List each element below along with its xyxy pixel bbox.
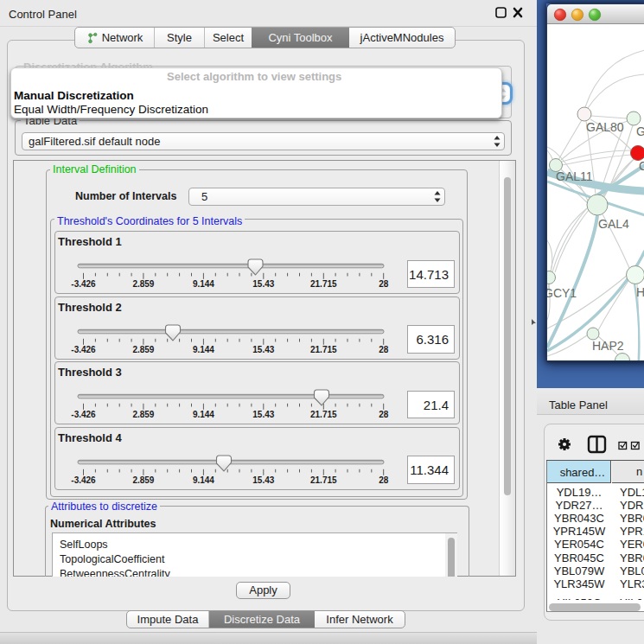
svg-text:-3.426: -3.426 [71,410,96,419]
svg-text:GA: GA [636,124,644,138]
svg-text:28: 28 [379,410,389,419]
svg-text:GCY1: GCY1 [547,286,577,300]
svg-text:-3.426: -3.426 [71,279,96,289]
svg-text:21.715: 21.715 [310,279,337,289]
svg-text:9.144: 9.144 [193,345,214,354]
svg-text:GAL11: GAL11 [556,169,593,183]
svg-text:28: 28 [379,345,389,354]
svg-text:9.144: 9.144 [193,475,214,485]
svg-text:2.859: 2.859 [132,279,154,289]
svg-text:2.859: 2.859 [132,345,154,354]
svg-text:28: 28 [379,475,389,485]
svg-text:-3.426: -3.426 [71,475,96,485]
svg-text:GAL80: GAL80 [586,120,624,134]
svg-text:HI: HI [636,285,644,299]
svg-text:9.144: 9.144 [193,410,214,419]
svg-text:9.144: 9.144 [193,279,214,289]
svg-text:2.859: 2.859 [132,475,154,485]
svg-text:CY: CY [639,159,644,173]
svg-text:GAL4: GAL4 [598,217,629,231]
svg-text:HAP2: HAP2 [592,339,624,353]
svg-text:15.43: 15.43 [252,410,274,419]
svg-text:15.43: 15.43 [252,345,274,354]
svg-text:21.715: 21.715 [310,410,337,419]
svg-text:15.43: 15.43 [252,279,274,289]
svg-text:-3.426: -3.426 [71,345,96,354]
svg-text:28: 28 [379,279,389,289]
svg-text:21.715: 21.715 [310,345,337,354]
svg-text:21.715: 21.715 [310,475,337,485]
svg-text:2.859: 2.859 [132,410,154,419]
svg-text:15.43: 15.43 [252,475,274,485]
